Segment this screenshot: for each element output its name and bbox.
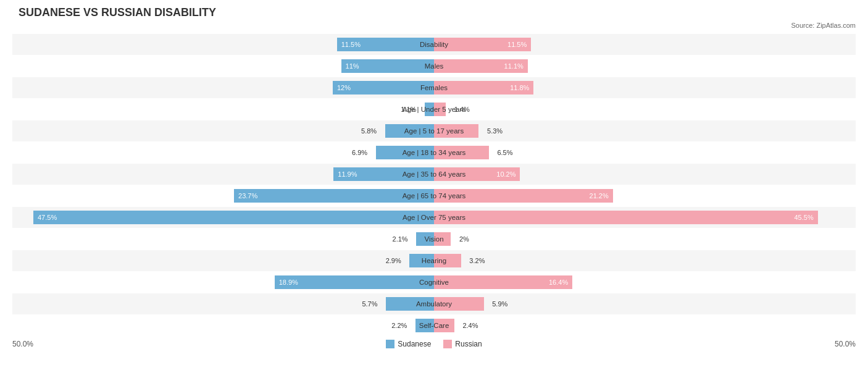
table-row: 5.7%5.9%Ambulatory [12, 293, 856, 314]
bar-russian [434, 189, 613, 203]
bar-sudanese [425, 103, 434, 116]
table-row: 11.9%10.2%Age | 35 to 64 years [12, 164, 856, 185]
table-row: 11.5%11.5%Disability [12, 34, 856, 55]
bar-russian [434, 319, 454, 332]
value-russian: 6.5% [497, 149, 512, 156]
value-sudanese: 11.9% [338, 170, 357, 178]
bar-sudanese [385, 124, 434, 138]
bar-russian [434, 297, 484, 311]
value-russian: 2% [459, 235, 469, 243]
value-sudanese: 47.5% [38, 214, 57, 221]
legend-russian-box [443, 340, 452, 348]
table-row: 2.1%2%Vision [12, 229, 856, 250]
scale-right: 50.0% [835, 340, 856, 348]
value-sudanese: 5.8% [361, 127, 377, 135]
bar-sudanese [415, 319, 434, 332]
value-russian: 21.2% [590, 192, 609, 200]
source-label: Source: ZipAtlas.com [12, 22, 856, 29]
legend-russian: Russian [443, 340, 482, 348]
value-sudanese: 2.9% [386, 257, 401, 264]
value-russian: 11.1% [504, 62, 524, 70]
bar-russian [434, 103, 446, 116]
bar-sudanese [409, 254, 434, 267]
value-sudanese: 23.7% [238, 192, 257, 200]
table-row: 1.1%1.4%Age | Under 5 years [12, 99, 856, 120]
table-row: 2.2%2.4%Self-Care [12, 315, 856, 336]
value-russian: 5.3% [487, 127, 503, 135]
table-row: 6.9%6.5%Age | 18 to 34 years [12, 142, 856, 163]
value-sudanese: 11.5% [341, 41, 361, 48]
scale-left: 50.0% [12, 340, 33, 348]
bar-russian [434, 211, 818, 224]
bar-sudanese [386, 297, 434, 311]
value-russian: 10.2% [496, 170, 515, 178]
table-row: 23.7%21.2%Age | 65 to 74 years [12, 185, 856, 206]
legend-sudanese: Sudanese [386, 340, 431, 348]
legend-sudanese-box [386, 340, 394, 348]
value-russian: 3.2% [469, 257, 485, 264]
bar-russian [434, 124, 478, 138]
value-sudanese: 18.9% [279, 279, 298, 286]
value-russian: 1.4% [454, 106, 470, 113]
value-sudanese: 2.2% [391, 322, 407, 329]
legend-russian-label: Russian [455, 340, 482, 348]
value-russian: 16.4% [549, 279, 568, 286]
table-row: 12%11.8%Females [12, 77, 856, 98]
table-row: 47.5%45.5%Age | Over 75 years [12, 207, 856, 228]
chart-footer: 50.0% Sudanese Russian 50.0% [12, 340, 856, 348]
value-sudanese: 12% [337, 84, 351, 91]
bar-sudanese [234, 189, 434, 203]
value-russian: 11.5% [507, 41, 527, 48]
bar-russian [434, 254, 461, 267]
bar-sudanese [33, 211, 434, 224]
value-sudanese: 1.1% [401, 106, 416, 113]
bar-sudanese [275, 275, 434, 289]
bar-russian [434, 146, 489, 159]
page-title: SUDANESE VS RUSSIAN DISABILITY [12, 6, 856, 19]
chart-area: 11.5%11.5%Disability11%11.1%Males12%11.8… [12, 34, 856, 336]
value-russian: 45.5% [795, 214, 814, 221]
value-russian: 5.9% [492, 300, 507, 308]
bar-sudanese [416, 232, 434, 246]
value-sudanese: 5.7% [362, 300, 377, 308]
value-sudanese: 11% [346, 62, 359, 70]
value-sudanese: 6.9% [352, 149, 367, 156]
value-russian: 11.8% [510, 84, 529, 91]
table-row: 18.9%16.4%Cognitive [12, 272, 856, 293]
value-russian: 2.4% [462, 322, 478, 329]
bar-sudanese [376, 146, 434, 159]
table-row: 2.9%3.2%Hearing [12, 250, 856, 271]
value-sudanese: 2.1% [393, 235, 408, 243]
bar-russian [434, 232, 451, 246]
table-row: 11%11.1%Males [12, 56, 856, 77]
legend: Sudanese Russian [386, 340, 482, 348]
legend-sudanese-label: Sudanese [398, 340, 431, 348]
table-row: 5.8%5.3%Age | 5 to 17 years [12, 120, 856, 141]
